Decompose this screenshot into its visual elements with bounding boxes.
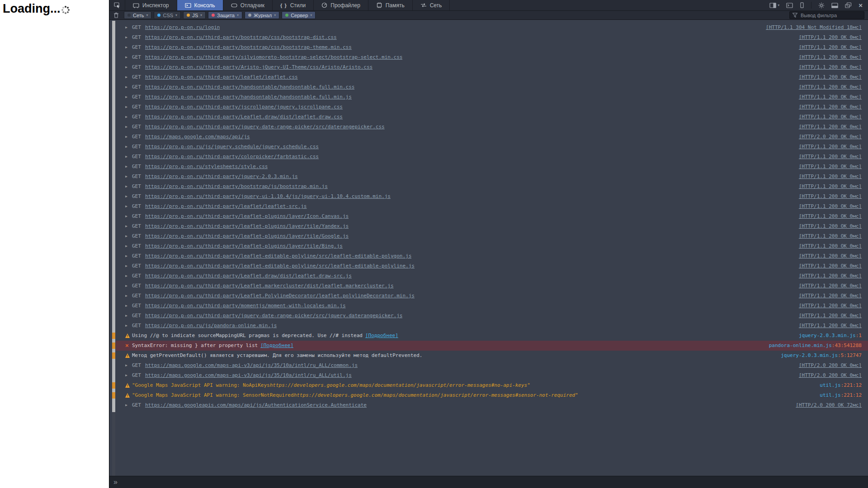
http-status-link[interactable]: [HTTP/1.1 200 OK 0мс] <box>799 74 862 80</box>
http-status-link[interactable]: [HTTP/1.1 200 OK 0мс] <box>799 183 862 189</box>
expand-arrow-icon[interactable]: ▶ <box>125 221 132 231</box>
request-url-link[interactable]: https://pro.p-on.ru/third-party/leaflet-… <box>145 251 411 261</box>
http-status-link[interactable]: [HTTP/1.1 200 OK 0мс] <box>799 94 862 100</box>
http-status-link[interactable]: [HTTP/1.1 200 OK 0мс] <box>799 203 862 209</box>
request-url-link[interactable]: https://pro.p-on.ru/login <box>145 23 220 33</box>
http-status-link[interactable]: [HTTP/1.1 200 OK 0мс] <box>799 213 862 219</box>
request-url-link[interactable]: https://pro.p-on.ru/third-party/leaflet-… <box>145 261 415 271</box>
request-url-link[interactable]: https://pro.p-on.ru/third-party/colorpic… <box>145 152 319 162</box>
source-file-link[interactable]: pandora-online.min.js <box>769 343 832 348</box>
expand-arrow-icon[interactable]: ▶ <box>125 132 132 142</box>
expand-arrow-icon[interactable]: ▶ <box>125 52 132 62</box>
learn-more-link[interactable]: [Подробнее] <box>260 341 293 351</box>
expand-arrow-icon[interactable]: ▶ <box>125 152 132 162</box>
http-status-link[interactable]: [HTTP/1.1 200 OK 0мс] <box>799 243 862 249</box>
expand-arrow-icon[interactable]: ▶ <box>125 211 132 221</box>
filter-button-css[interactable]: CSS▾ <box>154 11 181 19</box>
learn-more-link[interactable]: [Подробнее] <box>365 331 398 341</box>
request-url-link[interactable]: https://maps.google.com/maps/api/js <box>145 132 250 142</box>
request-url-link[interactable]: https://pro.p-on.ru/third-party/leaflet-… <box>145 231 349 241</box>
split-console-button[interactable] <box>786 3 793 8</box>
http-status-link[interactable]: [HTTP/2.0 200 OK 0мс] <box>799 362 862 368</box>
request-url-link[interactable]: https://maps.google.com/maps-api-v3/api/… <box>145 361 358 371</box>
expand-arrow-icon[interactable]: ▶ <box>125 291 132 301</box>
expand-arrow-icon[interactable]: ▶ <box>125 361 132 371</box>
expand-arrow-icon[interactable]: ▶ <box>125 371 132 380</box>
request-url-link[interactable]: https://pro.p-on.ru/third-party/bootstra… <box>145 33 337 42</box>
request-url-link[interactable]: https://pro.p-on.ru/third-party/leaflet/… <box>145 72 298 82</box>
http-status-link[interactable]: [HTTP/2.0 200 OK 0мс] <box>799 372 862 378</box>
request-url-link[interactable]: https://pro.p-on.ru/stylesheets/style.cs… <box>145 162 268 172</box>
tab-inspector[interactable]: Инспектор <box>125 0 177 10</box>
request-url-link[interactable]: https://pro.p-on.ru/third-party/Leaflet.… <box>145 112 343 122</box>
expand-arrow-icon[interactable]: ▶ <box>125 241 132 251</box>
request-url-link[interactable]: https://pro.p-on.ru/third-party/silviomo… <box>145 52 403 62</box>
expand-arrow-icon[interactable]: ▶ <box>125 23 132 33</box>
expand-arrow-icon[interactable]: ▶ <box>125 321 132 331</box>
request-url-link[interactable]: https://pro.p-on.ru/third-party/Leaflet.… <box>145 271 352 281</box>
expand-arrow-icon[interactable]: ▶ <box>125 301 132 311</box>
expand-arrow-icon[interactable]: ▶ <box>125 251 132 261</box>
expand-arrow-icon[interactable]: ▶ <box>125 82 132 92</box>
http-status-link[interactable]: [HTTP/1.1 200 OK 0мс] <box>799 34 862 40</box>
filter-button-защита[interactable]: Защита▾ <box>208 11 242 19</box>
expand-arrow-icon[interactable]: ▶ <box>125 162 132 172</box>
http-status-link[interactable]: [HTTP/1.1 200 OK 0мс] <box>799 54 862 60</box>
request-url-link[interactable]: https://pro.p-on.ru/third-party/bootstra… <box>145 182 328 192</box>
expand-arrow-icon[interactable]: ▶ <box>125 42 132 52</box>
request-url-link[interactable]: https://pro.p-on.ru/js/pandora-online.mi… <box>145 321 277 331</box>
http-status-link[interactable]: [HTTP/1.1 200 OK 0мс] <box>799 154 862 160</box>
expand-arrow-icon[interactable]: ▶ <box>125 62 132 72</box>
request-url-link[interactable]: https://pro.p-on.ru/third-party/leaflet-… <box>145 211 349 221</box>
http-status-link[interactable]: [HTTP/1.1 200 OK 0мс] <box>799 283 862 289</box>
http-status-link[interactable]: [HTTP/1.1 200 OK 0мс] <box>799 193 862 199</box>
http-status-link[interactable]: [HTTP/1.1 200 OK 0мс] <box>799 303 862 309</box>
request-url-link[interactable]: https://pro.p-on.ru/third-party/handsont… <box>145 82 355 92</box>
source-file-link[interactable]: util.js <box>820 392 840 398</box>
filter-button-журнал[interactable]: Журнал▾ <box>245 11 279 19</box>
request-url-link[interactable]: https://pro.p-on.ru/third-party/jquery-2… <box>145 172 298 182</box>
request-url-link[interactable]: https://maps.googleapis.com/maps/api/js/… <box>145 400 367 410</box>
expand-arrow-icon[interactable]: ▶ <box>125 231 132 241</box>
http-status-link[interactable]: [HTTP/1.1 200 OK 0мс] <box>799 233 862 239</box>
expand-arrow-icon[interactable]: ▶ <box>125 33 132 42</box>
http-status-link[interactable]: [HTTP/1.1 200 OK 0мс] <box>799 293 862 299</box>
request-url-link[interactable]: https://pro.p-on.ru/third-party/jscrollp… <box>145 102 343 112</box>
http-status-link[interactable]: [HTTP/1.1 200 OK 0мс] <box>799 263 862 269</box>
http-status-link[interactable]: [HTTP/1.1 200 OK 0мс] <box>799 223 862 229</box>
source-file-link[interactable]: jquery-2.0.3.min.js <box>799 333 856 338</box>
request-url-link[interactable]: https://pro.p-on.ru/third-party/leaflet-… <box>145 221 349 231</box>
source-file-link[interactable]: util.js <box>820 382 840 388</box>
expand-arrow-icon[interactable]: ▶ <box>125 271 132 281</box>
expand-arrow-icon[interactable]: ▶ <box>125 172 132 182</box>
http-status-link[interactable]: [HTTP/1.1 200 OK 0мс] <box>799 253 862 259</box>
request-url-link[interactable]: https://pro.p-on.ru/third-party/handsont… <box>145 92 352 102</box>
expand-arrow-icon[interactable]: ▶ <box>125 72 132 82</box>
http-status-link[interactable]: [HTTP/1.1 200 OK 0мс] <box>799 64 862 70</box>
dock-bottom-button[interactable] <box>831 3 838 8</box>
expand-arrow-icon[interactable]: ▶ <box>125 122 132 132</box>
request-url-link[interactable]: https://pro.p-on.ru/third-party/Leaflet.… <box>145 291 415 301</box>
filter-button-сеть[interactable]: Сеть▾ <box>124 11 151 19</box>
request-url-link[interactable]: https://pro.p-on.ru/third-party/leaflet/… <box>145 202 307 211</box>
settings-button[interactable] <box>818 2 825 9</box>
http-status-link[interactable]: [HTTP/2.0 200 OK 72мс] <box>796 402 862 408</box>
http-status-link[interactable]: [HTTP/1.1 200 OK 0мс] <box>799 164 862 169</box>
expand-arrow-icon[interactable]: ▶ <box>125 112 132 122</box>
request-url-link[interactable]: https://pro.p-on.ru/third-party/jquery-d… <box>145 122 385 132</box>
request-url-link[interactable]: https://pro.p-on.ru/third-party/momentjs… <box>145 301 346 311</box>
http-status-link[interactable]: [HTTP/2.0 200 OK 0мс] <box>799 134 862 140</box>
filter-button-сервер[interactable]: Сервер▾ <box>282 11 316 19</box>
http-status-link[interactable]: [HTTP/1.1 200 OK 0мс] <box>799 124 862 130</box>
expand-arrow-icon[interactable]: ▶ <box>125 182 132 192</box>
http-status-link[interactable]: [HTTP/1.1 200 OK 0мс] <box>799 174 862 179</box>
tab-debugger[interactable]: Отладчик <box>223 0 273 10</box>
request-url-link[interactable]: https://pro.p-on.ru/third-party/Leaflet.… <box>145 281 394 291</box>
expand-arrow-icon[interactable]: ▶ <box>125 400 132 410</box>
request-url-link[interactable]: https://pro.p-on.ru/third-party/leaflet-… <box>145 241 343 251</box>
tab-styles[interactable]: { }Стили <box>273 0 314 10</box>
window-button[interactable] <box>845 2 852 8</box>
tab-profiler[interactable]: Профайлер <box>314 0 368 10</box>
request-url-link[interactable]: https://pro.p-on.ru/third-party/jquery-d… <box>145 311 403 321</box>
request-url-link[interactable]: https://pro.p-on.ru/third-party/jquery-u… <box>145 192 391 202</box>
